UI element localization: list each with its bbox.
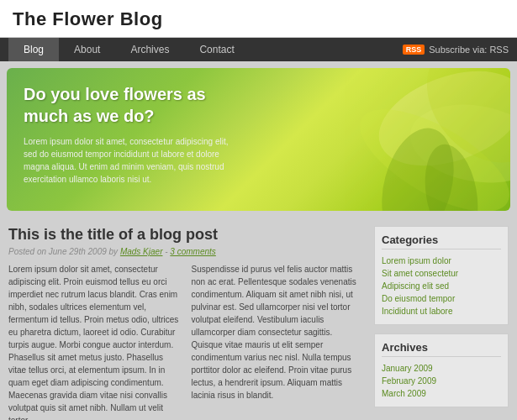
post-column-1: Lorem ipsum dolor sit amet, consectetur … — [8, 263, 183, 420]
post-column-2: Suspendisse id purus vel felis auctor ma… — [192, 263, 367, 420]
category-link[interactable]: Adipiscing elit sed — [382, 281, 449, 291]
nav-item-archives[interactable]: Archives — [115, 38, 184, 61]
post-columns: Lorem ipsum dolor sit amet, consectetur … — [8, 263, 366, 420]
hero-headline: Do you love flowers as much as we do? — [24, 83, 242, 127]
archives-box: Archives January 2009 February 2009 Marc… — [374, 333, 509, 407]
site-header: The Flower Blog — [0, 0, 517, 38]
category-item: Incididunt ut labore — [382, 305, 501, 318]
hero-banner: Do you love flowers as much as we do? Lo… — [7, 68, 510, 211]
nav-item-contact[interactable]: Contact — [184, 38, 249, 61]
categories-box: Categories Lorem ipsum dolor Sit amet co… — [374, 226, 509, 325]
archive-link[interactable]: February 2009 — [382, 376, 436, 386]
post-title: This is the title of a blog post — [8, 226, 366, 244]
archive-link[interactable]: January 2009 — [382, 364, 433, 373]
archives-title: Archives — [382, 341, 501, 357]
rss-button[interactable]: RSS Subscribe via: RSS — [403, 45, 509, 55]
nav-item-about[interactable]: About — [59, 38, 115, 61]
category-item: Lorem ipsum dolor — [382, 255, 501, 267]
rss-icon: RSS — [403, 45, 425, 55]
category-item: Sit amet consectetur — [382, 267, 501, 280]
rss-label: Subscribe via: RSS — [429, 45, 509, 55]
categories-title: Categories — [382, 234, 501, 249]
main-column: This is the title of a blog post Posted … — [8, 226, 366, 420]
post-comments-link[interactable]: 3 comments — [170, 247, 215, 256]
content-area: This is the title of a blog post Posted … — [0, 218, 517, 420]
page-wrapper: The Flower Blog Blog About Archives Cont… — [0, 0, 517, 420]
category-item: Adipiscing elit sed — [382, 280, 501, 292]
post-meta-text: Posted on June 29th 2009 by — [8, 247, 118, 256]
category-link[interactable]: Lorem ipsum dolor — [382, 256, 451, 265]
category-link[interactable]: Do eiusmod tempor — [382, 294, 455, 303]
category-link[interactable]: Sit amet consectetur — [382, 269, 458, 278]
nav-item-blog[interactable]: Blog — [8, 38, 59, 61]
archive-item: February 2009 — [382, 375, 501, 387]
category-link[interactable]: Incididunt ut labore — [382, 307, 453, 316]
archive-item: March 2009 — [382, 387, 501, 400]
post-author-link[interactable]: Mads Kjaer — [120, 247, 163, 256]
archive-item: January 2009 — [382, 362, 501, 375]
hero-text: Lorem ipsum dolor sit amet, consectetur … — [24, 135, 242, 186]
hero-content: Do you love flowers as much as we do? Lo… — [24, 83, 242, 186]
category-item: Do eiusmod tempor — [382, 292, 501, 305]
site-title: The Flower Blog — [13, 8, 504, 30]
categories-list: Lorem ipsum dolor Sit amet consectetur A… — [382, 255, 501, 318]
navigation: Blog About Archives Contact RSS Subscrib… — [0, 38, 517, 61]
archives-list: January 2009 February 2009 March 2009 — [382, 362, 501, 400]
archive-link[interactable]: March 2009 — [382, 389, 426, 398]
post-meta: Posted on June 29th 2009 by Mads Kjaer -… — [8, 247, 366, 256]
sidebar: Categories Lorem ipsum dolor Sit amet co… — [374, 226, 509, 420]
hero-flower-decoration — [283, 68, 510, 211]
